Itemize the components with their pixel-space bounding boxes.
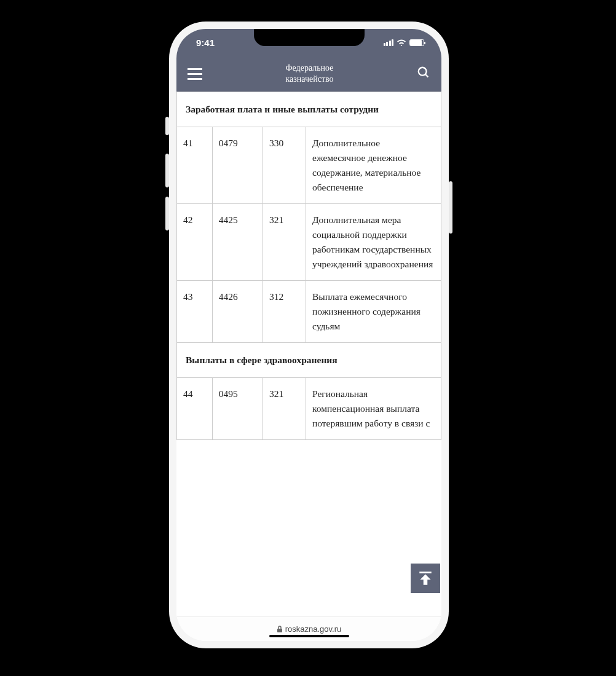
status-time: 9:41 (196, 37, 215, 48)
scroll-to-top-button[interactable] (411, 564, 440, 593)
svg-rect-3 (277, 629, 282, 632)
svg-point-0 (419, 68, 427, 76)
lock-icon (277, 626, 283, 633)
section-header: Выплаты в сфере здравоохранения (177, 343, 441, 378)
phone-notch (254, 29, 365, 46)
menu-icon[interactable] (188, 68, 202, 80)
app-title: Федеральное казначейство (285, 63, 333, 85)
search-icon[interactable] (417, 66, 430, 82)
browser-bottom-bar: roskazna.gov.ru (176, 616, 441, 641)
data-table: Заработная плата и иные выплаты сотрудни… (176, 92, 441, 440)
cellular-icon (384, 39, 394, 46)
svg-line-1 (425, 74, 428, 77)
table-row: 41 0479 330 Дополнительное ежемесячное д… (177, 127, 441, 204)
section-header: Заработная плата и иные выплаты сотрудни (177, 92, 441, 127)
table-row: 42 4425 321 Дополнительная мера социальн… (177, 204, 441, 281)
wifi-icon (397, 39, 406, 46)
table-row: 44 0495 321 Региональная компенсационная… (177, 378, 441, 440)
svg-rect-2 (419, 572, 432, 573)
home-indicator[interactable] (269, 635, 349, 637)
table-row: 43 4426 312 Выплата ежемесячного пожизне… (177, 281, 441, 343)
content-area[interactable]: Заработная плата и иные выплаты сотрудни… (176, 92, 441, 616)
battery-icon (409, 39, 424, 46)
app-header: Федеральное казначейство (176, 56, 441, 92)
browser-domain: roskazna.gov.ru (285, 624, 342, 634)
